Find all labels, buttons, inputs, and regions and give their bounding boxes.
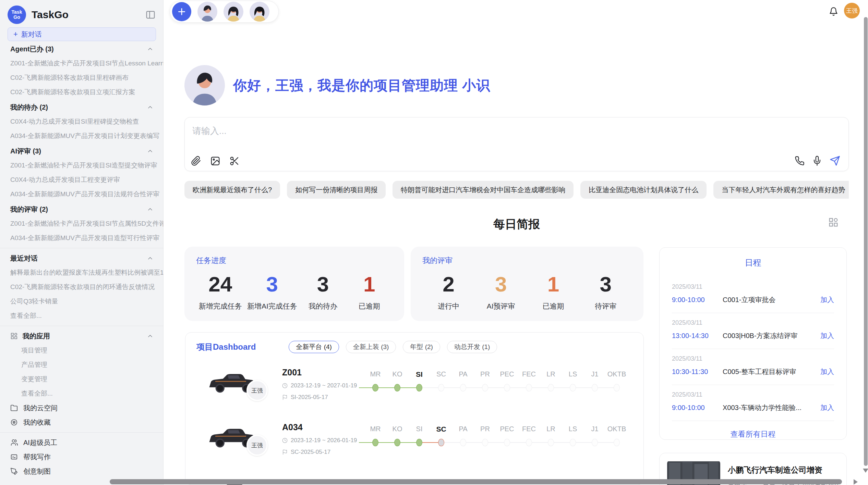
agent-avatar[interactable] [197,2,217,22]
section-title: 我的评审 (2) [10,205,48,214]
bell-icon [829,7,838,16]
scroll-right-arrow[interactable] [854,479,858,485]
add-agent-button[interactable] [172,2,191,21]
milestone-label: FEC [518,425,540,433]
phone-icon [795,156,805,166]
stat-card-title: 我的评审 [422,256,632,266]
suggestion-chip[interactable]: 特朗普可能对进口汽车增税会对中国车企造成哪些影响 [393,181,574,199]
sidebar-task-item[interactable]: Z001-全新燃油轻卡产品开发项目SI造型提交物评审 [0,158,163,173]
suggestion-chips: 欧洲新规最近颁布了什么?如何写一份清晰的项目周报特朗普可能对进口汽车增税会对中国… [184,181,849,199]
milestone-dot [372,384,378,391]
sidebar-task-item[interactable]: C0X4-动力总成开发项目SI里程碑提交物检查 [0,114,163,129]
stat-label: 已逾期 [533,301,574,311]
message-input[interactable] [192,126,672,136]
suggestion-chip[interactable]: 欧洲新规最近颁布了什么? [184,181,280,199]
view-all-chats-link[interactable]: 查看全部... [0,309,163,323]
sidebar-tool-pen[interactable]: 创意制图 [0,464,163,478]
sidebar-task-item[interactable]: Z001-全新燃油轻卡产品开发项目SI节点属性5D文件评审 [0,216,163,231]
stat-value: 3 [247,268,297,301]
send-button[interactable] [830,156,840,166]
recent-chat-item[interactable]: C02-飞腾新能源轻客改款项目的闭环通告反馈情况 [0,280,163,294]
sidebar-section-header[interactable]: Agent已办 (3) [0,42,163,56]
suggestion-chip[interactable]: 当下年轻人对汽车外观有怎样的喜好趋势 [713,181,849,199]
sidebar-collapse-button[interactable] [145,10,156,20]
sidebar-task-item[interactable]: A034-全新新能源MUV产品开发项目计划变更表编写 [0,129,163,143]
attach-image-button[interactable] [210,156,220,166]
join-event-button[interactable]: 加入 [820,403,834,412]
user-avatar[interactable]: 王强 [844,3,860,18]
sidebar-task-item[interactable]: C0X4-动力总成开发项目工程变更评审 [0,173,163,187]
milestone-label: MR [364,425,386,433]
vertical-scrollbar-thumb[interactable] [864,17,868,466]
folder-icon [10,404,18,412]
sidebar-recent-chats: 最近对话解释最新出台的欧盟报废车法规再生塑料比例被调至15%...C02-飞腾新… [0,251,163,323]
sidebar-item-folder[interactable]: 我的云空间 [0,401,163,415]
recent-chat-item[interactable]: 解释最新出台的欧盟报废车法规再生塑料比例被调至15%... [0,265,163,280]
schedule-card: 日程 2025/03/119:00-10:00C001-立项审批会加入2025/… [659,247,847,440]
join-event-button[interactable]: 加入 [820,331,834,340]
sidebar-app-item[interactable]: 变更管理 [0,372,163,386]
sidebar-section-header[interactable]: 我的评审 (2) [0,202,163,216]
schedule-event: 2025/03/119:00-10:00X003-车辆动力学性能验...加入 [672,385,834,421]
sidebar-app-item[interactable]: 产品管理 [0,358,163,372]
project-row[interactable]: 王强A0342023-12-19 ~ 2026-01-19SC-2025-05-… [185,415,643,470]
sidebar-tool-users[interactable]: AI超级员工 [0,435,163,450]
suggestion-chip[interactable]: 如何写一份清晰的项目周报 [287,181,386,199]
sidebar-app-item[interactable]: 项目管理 [0,343,163,358]
milestone-dot [416,384,422,391]
sidebar-task-item[interactable]: A034-全新新能源MUV产品开发项目法规符合性评审 [0,187,163,201]
sidebar-apps-header[interactable]: 我的应用 [0,329,163,343]
schedule-title: 日程 [672,257,834,268]
brief-layout-button[interactable] [828,217,839,227]
sidebar-section-header[interactable]: AI评审 (3) [0,144,163,158]
section-title: 最近对话 [10,254,38,263]
dashboard-tab[interactable]: 全新上装 (3) [346,341,396,353]
sidebar-section-header[interactable]: 我的待办 (2) [0,100,163,114]
stat-card: 我的评审2进行中3AI预评审1已逾期3待评审 [411,247,643,321]
sidebar-recent-header[interactable]: 最近对话 [0,251,163,265]
dashboard-tab[interactable]: 年型 (2) [403,341,440,353]
view-all-apps-link[interactable]: 查看全部... [0,386,163,401]
scroll-down-arrow[interactable] [863,469,868,473]
image-icon [210,156,220,166]
recent-chat-item[interactable]: 公司Q3轻卡销量 [0,294,163,309]
new-chat-button[interactable]: + 新对话 [8,27,156,41]
join-event-button[interactable]: 加入 [820,367,834,376]
milestone-label: PR [474,425,496,433]
sidebar-item-award[interactable]: 我的收藏 [0,415,163,430]
sidebar-task-item[interactable]: C02-飞腾新能源轻客改款项目里程碑画布 [0,71,163,85]
join-event-button[interactable]: 加入 [820,295,834,304]
sidebar-task-item[interactable]: A034-全新新能源MUV产品开发项目造型可行性评审 [0,231,163,245]
milestone-label: PA [452,370,474,378]
milestone-track: MRKOSISCPAPRPECFECLRLSJ1OKTB [364,360,628,415]
app-title: TaskGo [32,9,145,21]
screenshot-button[interactable] [229,156,240,166]
sidebar-task-item[interactable]: C02-飞腾新能源轻客改款项目立项汇报方案 [0,85,163,99]
suggestion-chip[interactable]: 比亚迪全固态电池计划具体说了什么 [580,181,707,199]
milestone-dot [372,439,378,446]
voice-call-button[interactable] [795,156,805,166]
agent-avatar[interactable] [224,2,243,22]
milestone-label: SC [430,370,452,378]
stat-value: 24 [199,268,242,301]
milestone-label: OKTB [606,425,628,433]
milestone-label: SC [430,425,452,433]
notification-bell-button[interactable] [829,7,838,16]
horizontal-scrollbar-thumb[interactable] [110,479,842,484]
microphone-button[interactable] [812,156,822,166]
project-row[interactable]: 王强Z0012023-12-19 ~ 2027-01-19SI-2025-05-… [185,360,643,415]
divider [0,432,163,433]
view-all-schedule-link[interactable]: 查看所有日程 [731,429,776,439]
attach-file-button[interactable] [191,156,201,166]
users-icon [10,439,18,446]
agent-avatar[interactable] [250,2,269,22]
sidebar-ai-tools: AI超级员工帮我写作创意制图 [0,435,163,478]
daily-brief-title: 每日简报 [493,217,540,231]
dashboard-header: 项目Dashboard 全新平台 (4)全新上装 (3)年型 (2)动总开发 (… [185,333,643,353]
sidebar-task-item[interactable]: Z001-全新燃油皮卡产品开发项目SI节点Lesson Learn报告 [0,56,163,71]
project-code: A034 [282,422,363,432]
sidebar-tool-write[interactable]: 帮我写作 [0,450,163,464]
dashboard-tab[interactable]: 全新平台 (4) [289,341,339,353]
event-name: C003|H0B-方案冻结评审 [723,331,820,340]
dashboard-tab[interactable]: 动总开发 (1) [447,341,497,353]
